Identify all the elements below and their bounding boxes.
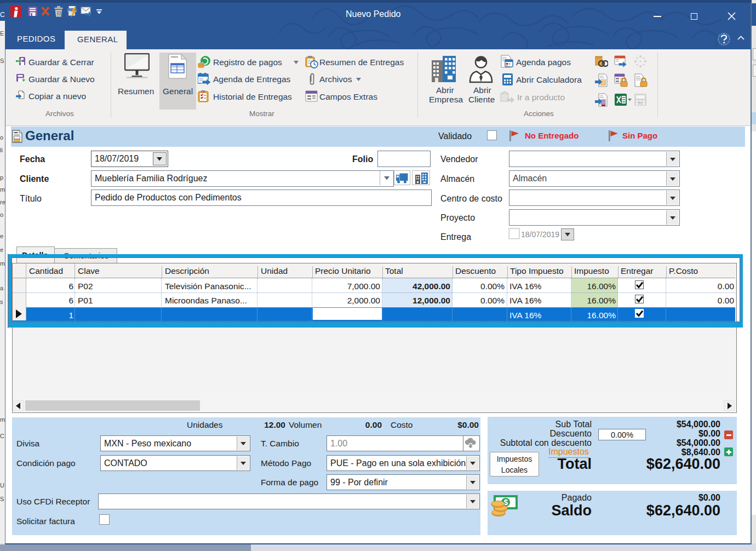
- svg-text:%: %: [638, 100, 642, 106]
